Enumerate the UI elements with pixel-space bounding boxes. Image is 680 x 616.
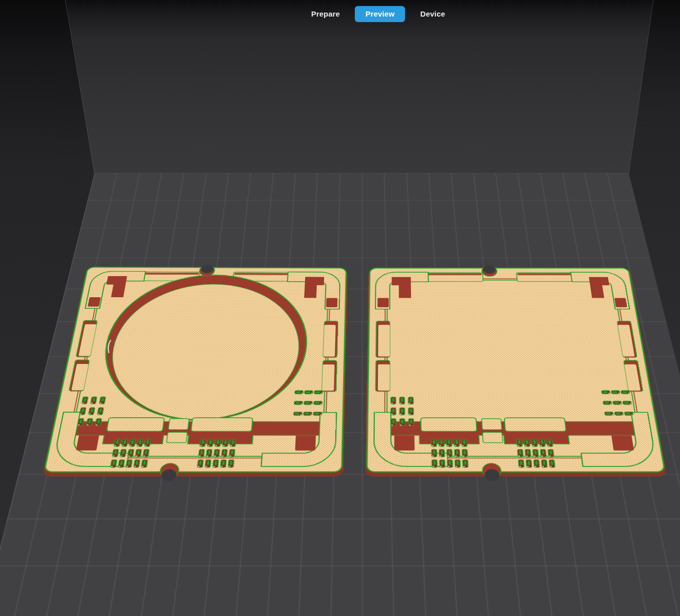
- back-wall: [65, 0, 653, 173]
- print-object-right[interactable]: [367, 268, 665, 472]
- print-object-left[interactable]: [44, 267, 346, 472]
- view-mode-tabs: Prepare Preview Device: [310, 6, 446, 23]
- 3d-viewport[interactable]: Prepare Preview Device: [0, 0, 680, 616]
- tab-preview[interactable]: Preview: [355, 6, 405, 22]
- tab-device[interactable]: Device: [419, 6, 446, 22]
- tab-prepare[interactable]: Prepare: [310, 6, 341, 22]
